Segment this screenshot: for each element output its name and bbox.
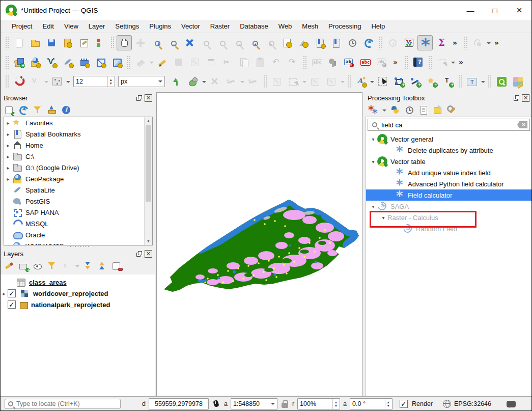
minimize-button[interactable]: — <box>458 1 483 20</box>
zoom-in-button[interactable] <box>149 35 164 50</box>
browser-item-postgis[interactable]: PostGIS <box>4 196 152 207</box>
toolbar-grip[interactable] <box>263 75 267 88</box>
new-project-button[interactable] <box>11 35 26 50</box>
dropdown-arrow-icon[interactable] <box>75 265 79 269</box>
expander-icon[interactable]: ▸ <box>4 120 12 126</box>
new-annotation-layer-button[interactable] <box>353 74 369 89</box>
map-canvas[interactable] <box>156 92 362 396</box>
messages-bubble-icon[interactable] <box>507 401 516 407</box>
vertex-tool-button[interactable] <box>245 74 261 89</box>
layer-item-nationalpark[interactable]: nationalpark_reprojected <box>1 299 155 310</box>
new-print-layout-button[interactable] <box>60 35 75 50</box>
snapping-mode-button[interactable] <box>27 74 43 89</box>
alg-random-field[interactable]: Random Field <box>366 223 531 234</box>
group-vector-table[interactable]: ▾ Vector table <box>366 156 531 167</box>
toolbar-overflow-button[interactable] <box>492 35 503 50</box>
browser-item-c-drive[interactable]: ▸C:\ <box>4 151 152 162</box>
search-input[interactable]: field ca <box>381 121 402 129</box>
panel-float-button[interactable] <box>135 250 143 257</box>
zoom-out-button[interactable] <box>165 35 181 50</box>
dropdown-arrow-icon[interactable] <box>240 81 244 85</box>
undo-button[interactable] <box>269 54 284 70</box>
add-database-layer-button[interactable] <box>76 54 92 70</box>
filter-legend-button[interactable] <box>46 260 58 271</box>
expander-icon[interactable]: ▸ <box>1 291 8 296</box>
menu-processing[interactable]: Processing <box>323 20 366 33</box>
new-spatial-bookmark-button[interactable] <box>312 35 327 50</box>
form-annotation-button[interactable] <box>464 74 480 89</box>
delete-selected-button[interactable] <box>204 54 219 70</box>
scroll-up-icon[interactable]: ▲ <box>145 117 152 125</box>
browser-item-home[interactable]: ▸Home <box>4 140 152 151</box>
crs-value[interactable]: EPSG:32646 <box>454 400 491 407</box>
digitize-curve-button[interactable] <box>470 35 485 50</box>
spin-arrows[interactable]: ▲▼ <box>332 399 338 409</box>
dropdown-arrow-icon[interactable] <box>487 42 491 46</box>
dropdown-arrow-icon[interactable] <box>382 109 386 114</box>
select-annotation-button[interactable] <box>375 74 390 89</box>
help-button[interactable] <box>410 54 426 70</box>
menu-web[interactable]: Web <box>273 20 297 33</box>
browser-item-spatial-bookmarks[interactable]: ▸Spatial Bookmarks <box>4 128 152 140</box>
zoom-next-button[interactable] <box>263 35 278 50</box>
close-button[interactable]: × <box>507 1 531 20</box>
layer-labeling-button[interactable] <box>309 54 324 70</box>
browser-item-wms[interactable]: WMS/WMTS <box>4 240 152 245</box>
expand-all-button[interactable] <box>82 260 94 271</box>
add-raster-layer-button[interactable] <box>27 54 43 70</box>
browser-collapse-all-button[interactable] <box>46 104 58 116</box>
cut-features-button[interactable] <box>220 54 235 70</box>
zoom-to-selection-button[interactable] <box>198 35 213 50</box>
expander-icon[interactable]: ▸ <box>4 165 12 171</box>
menu-layer[interactable]: Layer <box>83 20 110 33</box>
python-scripts-button[interactable] <box>389 104 401 116</box>
toolbar-grip[interactable] <box>5 56 9 69</box>
layer-item-class-areas[interactable]: class_areas <box>1 277 155 288</box>
group-saga[interactable]: ▾ SAGA <box>366 201 531 212</box>
menu-settings[interactable]: Settings <box>110 20 144 33</box>
current-edits-button[interactable] <box>133 54 148 70</box>
pan-to-selection-button[interactable] <box>133 35 148 50</box>
results-viewer-button[interactable] <box>418 104 429 116</box>
clear-snapping-button[interactable] <box>207 74 222 89</box>
invert-selection-button[interactable] <box>324 74 339 89</box>
snapping-tolerance-spinbox[interactable]: 12 ▲▼ <box>73 76 115 87</box>
enable-tracing-button[interactable] <box>185 74 201 89</box>
toolbar-grip[interactable] <box>379 36 382 49</box>
toolbar-grip[interactable] <box>5 75 9 88</box>
browser-refresh-button[interactable] <box>18 104 29 116</box>
browser-properties-button[interactable] <box>61 104 72 116</box>
menu-edit[interactable]: Edit <box>37 20 59 33</box>
zoom-to-layer-button[interactable] <box>214 35 230 50</box>
remove-layer-button[interactable] <box>111 260 122 271</box>
identify-features-button[interactable] <box>385 35 400 50</box>
refresh-map-button[interactable] <box>361 35 376 50</box>
dropdown-arrow-icon[interactable] <box>341 81 345 85</box>
layer-diagram-button[interactable] <box>325 54 341 70</box>
render-checkbox[interactable] <box>400 400 408 408</box>
scrollbar-thumb[interactable] <box>146 125 151 202</box>
copy-features-button[interactable] <box>236 54 251 70</box>
layers-tree[interactable]: class_areas ▸ worldcover_reprojected nat… <box>1 275 155 396</box>
zoom-last-button[interactable] <box>247 35 262 50</box>
show-hidden-labels-button[interactable] <box>374 54 389 70</box>
dropdown-arrow-icon[interactable] <box>202 81 206 85</box>
toolbar-grip[interactable] <box>110 36 114 49</box>
pin-labels-button[interactable] <box>342 54 357 70</box>
multiedit-button[interactable] <box>269 74 285 89</box>
menu-project[interactable]: Project <box>7 20 37 33</box>
collapse-all-button[interactable] <box>97 260 108 271</box>
panel-float-button[interactable] <box>135 94 143 101</box>
manage-map-themes-button[interactable] <box>32 260 43 271</box>
coordinate-field[interactable]: 559559,2979978 <box>149 398 209 409</box>
group-raster-calculus[interactable]: ▾ Raster - Calculus <box>366 212 531 223</box>
show-statistics-button[interactable] <box>434 35 449 50</box>
pan-map-button[interactable] <box>117 35 132 50</box>
add-mesh-layer-button[interactable] <box>109 54 124 70</box>
scale-combo[interactable]: 1:548850 <box>231 398 277 409</box>
topological-editing-button[interactable] <box>169 74 184 89</box>
data-source-manager-button[interactable] <box>11 54 26 70</box>
select-by-form-button[interactable] <box>286 74 301 89</box>
add-group-button[interactable] <box>18 260 29 271</box>
toolbar-grip[interactable] <box>303 56 306 69</box>
